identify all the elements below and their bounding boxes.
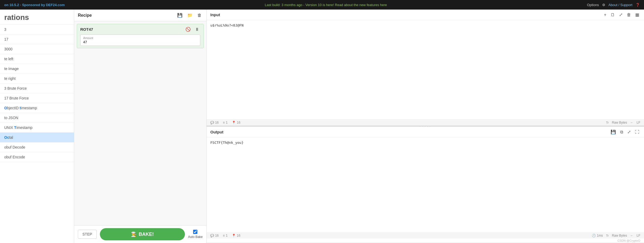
- input-lines-value: 1: [226, 121, 228, 124]
- rot47-amount-label: Amount: [83, 36, 197, 40]
- rot47-disable-button[interactable]: 🚫: [184, 26, 192, 32]
- rot47-block: ROT47 🚫 ⏸ Amount: [77, 24, 204, 48]
- output-textarea[interactable]: FSCTF{Th@nk_you}: [207, 137, 644, 232]
- help-icon[interactable]: ❓: [636, 3, 640, 7]
- sidebar-item-3-brute-force[interactable]: 3 Brute Force: [0, 84, 74, 93]
- output-lines-stat: ≡ 1: [223, 234, 228, 237]
- input-header-icons: + 🗋 ⤢ 🗑 ▦: [603, 12, 640, 18]
- rot47-amount-input[interactable]: [83, 40, 99, 44]
- sidebar-item-unix-timestamp[interactable]: UNIX Timestamp: [0, 123, 74, 133]
- sidebar-item-octal[interactable]: Octal: [0, 133, 74, 142]
- sidebar-item-te-left[interactable]: te left: [0, 54, 74, 64]
- input-magic-stat: 💬 16: [210, 121, 219, 124]
- output-title: Output: [210, 130, 223, 134]
- input-raw-bytes-label[interactable]: Raw Bytes: [612, 121, 627, 124]
- clock-icon: 🕐: [592, 234, 596, 237]
- recipe-header: Recipe 💾 📁 🗑: [74, 10, 206, 21]
- input-lf-label[interactable]: LF: [637, 121, 640, 124]
- magic-icon2: 💬: [210, 234, 214, 237]
- step-button[interactable]: STEP: [78, 230, 97, 239]
- recipe-folder-button[interactable]: 📁: [186, 12, 194, 18]
- input-file-button[interactable]: 🗋: [610, 12, 616, 18]
- input-expand-button[interactable]: ⤢: [618, 12, 624, 18]
- recipe-panel: Recipe 💾 📁 🗑 ROT47 🚫 ⏸ Amount: [74, 10, 207, 243]
- branding: CSDN @CryptoO: [207, 238, 644, 243]
- sidebar-item-to-json[interactable]: to JSON: [0, 113, 74, 123]
- sidebar-title: rations: [0, 10, 74, 25]
- topbar-center[interactable]: Last build: 3 months ago - Version 10 is…: [265, 3, 387, 7]
- output-time-stat: 🕐 1ms: [592, 234, 603, 237]
- magic-icon: 💬: [210, 121, 214, 124]
- input-section: Input + 🗋 ⤢ 🗑 ▦ u$r%uL%9o?<0J@FN 💬 16: [207, 10, 644, 126]
- sidebar-item-17[interactable]: 17: [0, 34, 74, 44]
- text-icon: Tr: [606, 121, 609, 124]
- topbar-right: Options ⚙ About / Support ❓: [587, 3, 640, 7]
- input-title: Input: [210, 12, 220, 17]
- output-pin-value: 16: [237, 234, 240, 237]
- sidebar-item-label: UNIX Timestamp: [4, 125, 33, 130]
- sidebar-item-17-brute-force[interactable]: 17 Brute Force: [0, 93, 74, 103]
- sidebar-item-label: Octal: [4, 135, 13, 140]
- bake-row: STEP 👨‍🍳 BAKE! Auto Bake: [74, 225, 206, 243]
- auto-bake-control: Auto Bake: [188, 230, 203, 239]
- rot47-pause-button[interactable]: ⏸: [194, 26, 200, 32]
- recipe-save-button[interactable]: 💾: [176, 12, 184, 18]
- sidebar-item-3[interactable]: 3: [0, 25, 74, 34]
- main-layout: rations 3 17 3000 te left te Image te ri…: [0, 10, 644, 243]
- output-copy-button[interactable]: ⧉: [619, 129, 624, 135]
- recipe-spacer: [74, 51, 206, 225]
- output-footer-right: 🕐 1ms Tr Raw Bytes ← LF: [592, 234, 640, 237]
- rot47-header: ROT47 🚫 ⏸: [80, 26, 200, 32]
- input-footer-stats: 💬 16 ≡ 1 📍 16: [210, 121, 240, 124]
- topbar-left: on 10.5.2 - Sponsored by DEF24.com: [4, 3, 65, 7]
- bake-label: BAKE!: [139, 232, 154, 237]
- topbar-version: on 10.5.2 - Sponsored by: [4, 3, 46, 7]
- sidebar-item-3000[interactable]: 3000: [0, 44, 74, 54]
- auto-bake-checkbox[interactable]: [193, 230, 197, 234]
- input-lines-stat: ≡ 1: [223, 121, 228, 124]
- sidebar-item-obuf-decode[interactable]: obuf Decode: [0, 142, 74, 152]
- recipe-header-icons: 💾 📁 🗑: [176, 12, 203, 18]
- sidebar-item-te-right[interactable]: te right: [0, 74, 74, 84]
- arrow-left-icon: ←: [630, 121, 633, 124]
- sidebar: rations 3 17 3000 te left te Image te ri…: [0, 10, 74, 243]
- lines-icon: ≡: [223, 121, 225, 124]
- arrow-left-icon2: ←: [630, 234, 633, 237]
- sidebar-item-objectid-timestamp[interactable]: ObjectID timestamp: [0, 103, 74, 113]
- output-raw-bytes-label[interactable]: Raw Bytes: [612, 234, 627, 237]
- output-fullscreen-button[interactable]: ⛶: [634, 129, 640, 135]
- output-footer-stats: 💬 16 ≡ 1 📍 16: [210, 234, 240, 237]
- rot47-controls: 🚫 ⏸: [184, 26, 200, 32]
- output-save-button[interactable]: 💾: [610, 129, 617, 135]
- output-expand-button[interactable]: ⤢: [626, 129, 632, 135]
- gear-icon[interactable]: ⚙: [602, 3, 605, 7]
- sidebar-item-te-image[interactable]: te Image: [0, 64, 74, 74]
- input-grid-button[interactable]: ▦: [634, 12, 640, 18]
- options-link[interactable]: Options: [587, 3, 599, 7]
- input-header: Input + 🗋 ⤢ 🗑 ▦: [207, 10, 644, 20]
- output-lines-value: 1: [226, 234, 228, 237]
- bake-emoji: 👨‍🍳: [131, 231, 137, 237]
- topbar: on 10.5.2 - Sponsored by DEF24.com Last …: [0, 0, 644, 10]
- output-magic-value: 16: [215, 234, 219, 237]
- auto-bake-label: Auto Bake: [188, 235, 203, 239]
- output-magic-stat: 💬 16: [210, 234, 219, 237]
- output-header: Output 💾 ⧉ ⤢ ⛶: [207, 127, 644, 137]
- bake-button[interactable]: 👨‍🍳 BAKE!: [100, 228, 185, 240]
- input-add-button[interactable]: +: [603, 12, 607, 18]
- output-header-icons: 💾 ⧉ ⤢ ⛶: [610, 129, 640, 135]
- input-pin-stat: 📍 16: [232, 121, 240, 124]
- input-textarea[interactable]: u$r%uL%9o?<0J@FN: [207, 20, 644, 119]
- pin-icon2: 📍: [232, 234, 236, 237]
- about-link[interactable]: About / Support: [609, 3, 632, 7]
- input-footer-right: Tr Raw Bytes ← LF: [606, 121, 640, 124]
- output-lf-label[interactable]: LF: [637, 234, 640, 237]
- topbar-brand[interactable]: DEF24.com: [46, 3, 65, 7]
- input-trash-button[interactable]: 🗑: [626, 12, 632, 18]
- output-section: Output 💾 ⧉ ⤢ ⛶ FSCTF{Th@nk_you} 💬 16 ≡: [207, 127, 644, 243]
- sidebar-item-obuf-encode[interactable]: obuf Encode: [0, 152, 74, 162]
- recipe-title: Recipe: [78, 13, 92, 18]
- output-time-value: 1ms: [597, 234, 603, 237]
- recipe-trash-button[interactable]: 🗑: [196, 12, 203, 18]
- input-pin-value: 16: [237, 121, 240, 124]
